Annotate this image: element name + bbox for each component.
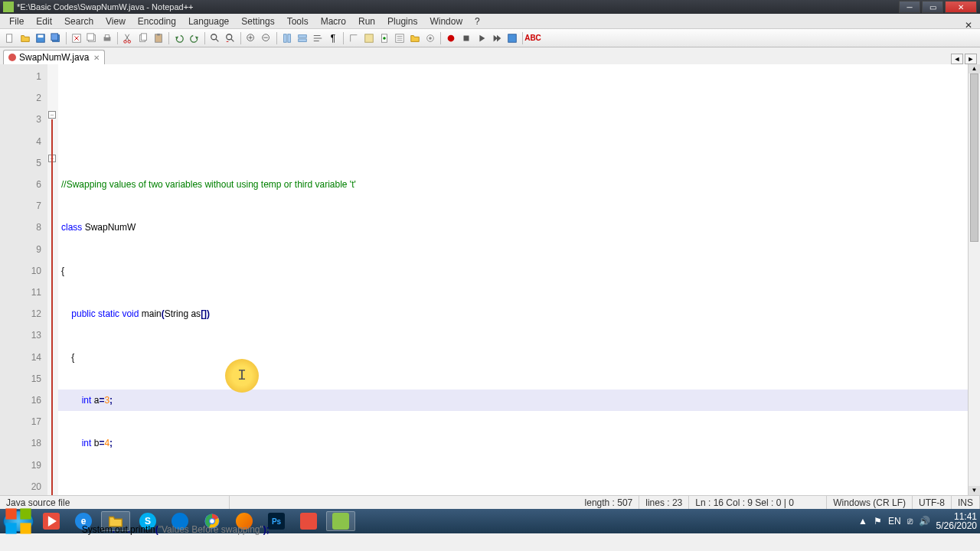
svg-rect-23 [299,38,307,41]
scroll-up-icon[interactable]: ▲ [969,64,980,73]
svg-rect-22 [299,34,307,37]
scroll-down-icon[interactable]: ▼ [969,486,980,495]
cursor-highlight: I [225,359,259,393]
udl-icon[interactable] [362,31,376,45]
zoom-in-icon[interactable] [244,31,258,45]
menu-language[interactable]: Language [182,15,235,28]
menu-window[interactable]: Window [423,15,469,28]
play-icon[interactable] [475,31,488,45]
func-list-icon[interactable] [393,31,407,45]
zoom-out-icon[interactable] [260,31,273,45]
sync-h-icon[interactable] [296,31,309,45]
paste-icon[interactable] [152,31,165,45]
vertical-scrollbar[interactable]: ▲ ▼ [968,64,980,495]
toolbar: ¶ ABC [0,29,980,47]
open-icon[interactable] [18,31,32,45]
svg-rect-24 [365,34,374,42]
cut-icon[interactable] [121,31,135,45]
fold-toggle-icon[interactable]: − [48,111,56,119]
menu-settings[interactable]: Settings [235,15,280,28]
menu-search[interactable]: Search [58,15,100,28]
folder-workspace-icon[interactable] [408,31,422,45]
menu-encoding[interactable]: Encoding [132,15,182,28]
replace-icon[interactable] [224,31,237,45]
app-icon [3,2,14,12]
print-icon[interactable] [100,31,114,45]
menubar: File Edit Search View Encoding Language … [0,14,980,29]
monitoring-icon[interactable] [423,31,437,45]
find-icon[interactable] [208,31,222,45]
close-file-icon[interactable] [70,31,83,45]
close-button[interactable]: ✕ [945,1,977,13]
code-area[interactable]: I //Swapping values of two variables wit… [58,64,968,495]
modified-indicator-icon [8,54,16,61]
undo-icon[interactable] [172,31,186,45]
menu-help[interactable]: ? [469,15,486,28]
maximize-button[interactable]: ▭ [922,1,943,13]
record-icon[interactable] [444,31,458,45]
tab-swapnumw[interactable]: SwapNumW.java ✕ [3,50,105,64]
close-all-icon[interactable] [85,31,99,45]
minimize-button[interactable]: ─ [899,1,920,13]
start-button[interactable] [3,510,34,532]
menu-macro[interactable]: Macro [315,15,352,28]
svg-rect-31 [464,35,469,41]
menu-tools[interactable]: Tools [281,15,315,28]
svg-point-16 [211,34,217,39]
menu-plugins[interactable]: Plugins [381,15,423,28]
svg-point-17 [227,34,232,39]
svg-rect-20 [284,34,287,42]
window-title: *E:\Basic Codes\SwapNumW.java - Notepad+… [17,2,897,11]
tab-label: SwapNumW.java [19,52,89,63]
svg-rect-9 [105,34,109,37]
svg-point-26 [383,37,386,40]
svg-rect-36 [20,523,31,533]
menu-file[interactable]: File [3,15,30,28]
new-file-icon[interactable] [3,31,17,45]
svg-point-29 [429,37,432,40]
stop-icon[interactable] [459,31,473,45]
indent-guide-icon[interactable] [347,31,361,45]
fold-column: − − [47,64,58,495]
svg-rect-15 [157,33,160,35]
tab-next-icon[interactable]: ► [965,54,977,64]
doc-map-icon[interactable] [377,31,391,45]
editor-close-x[interactable]: ✕ [959,18,978,32]
all-chars-icon[interactable]: ¶ [326,31,340,45]
svg-rect-13 [141,33,146,40]
spell-check-icon[interactable]: ABC [526,31,540,45]
tab-prev-icon[interactable]: ◄ [951,54,963,64]
svg-rect-35 [5,523,16,533]
copy-icon[interactable] [136,31,150,45]
menu-run[interactable]: Run [352,15,381,28]
menu-view[interactable]: View [100,15,132,28]
svg-rect-33 [5,508,16,519]
save-macro-icon[interactable] [505,31,519,45]
save-icon[interactable] [34,31,47,45]
titlebar: *E:\Basic Codes\SwapNumW.java - Notepad+… [0,0,980,14]
save-all-icon[interactable] [49,31,63,45]
svg-rect-0 [7,34,12,42]
svg-rect-4 [51,33,58,40]
sync-v-icon[interactable] [280,31,294,45]
redo-icon[interactable] [188,31,201,45]
tab-close-icon[interactable]: ✕ [93,54,100,62]
svg-rect-32 [508,34,517,42]
menu-edit[interactable]: Edit [30,15,58,28]
wrap-icon[interactable] [311,31,325,45]
svg-rect-21 [288,34,291,42]
scrollbar-thumb[interactable] [970,73,978,242]
svg-point-30 [448,34,455,41]
svg-rect-2 [38,34,44,37]
line-number-gutter: 1234567891011121314151617181920 [0,64,47,495]
svg-rect-34 [20,508,31,519]
editor[interactable]: 1234567891011121314151617181920 − − I //… [0,64,980,495]
svg-rect-7 [87,33,94,40]
tabbar: SwapNumW.java ✕ ◄ ► [0,47,980,64]
play-multi-icon[interactable] [490,31,504,45]
